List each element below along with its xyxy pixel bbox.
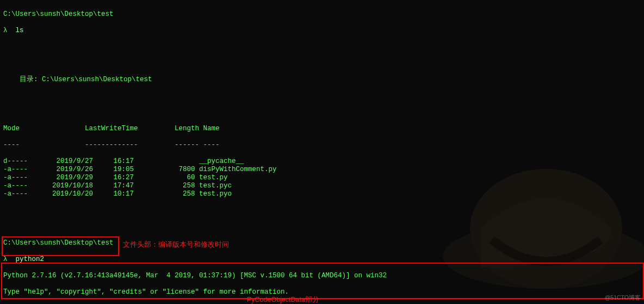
- listing-row: -a---- 2019/10/20 10:17 258 test.pyo: [3, 190, 641, 198]
- python-banner-2: Type "help", "copyright", "credits" or "…: [3, 288, 641, 296]
- prompt-line-2: λ python2: [3, 256, 641, 264]
- command-python2: python2: [16, 256, 45, 263]
- python-banner-1: Python 2.7.16 (v2.7.16:413a49145e, Mar 4…: [3, 272, 641, 280]
- terminal-pane[interactable]: C:\Users\sunsh\Desktop\test λ ls 目录: C:\…: [0, 0, 644, 304]
- prompt-path-1: C:\Users\sunsh\Desktop\test: [3, 10, 641, 19]
- listing-row: -a---- 2019/9/26 19:05 7800 disPyWithCom…: [3, 166, 641, 174]
- listing-header: Mode LastWriteTime Length Name: [3, 125, 641, 133]
- listing-divider: ---- ------------- ------ ----: [3, 141, 641, 149]
- listing-row: -a---- 2019/9/29 16:27 60 test.py: [3, 174, 641, 182]
- watermark-text: @51CTO博客: [605, 294, 641, 302]
- dir-header: 目录: C:\Users\sunsh\Desktop\test: [3, 76, 641, 84]
- prompt-path-2: C:\Users\sunsh\Desktop\test: [3, 239, 641, 247]
- annotation-pycodeobject: PyCodeObjectData部分: [247, 296, 319, 304]
- listing-row: d----- 2019/9/27 16:17 __pycache__: [3, 157, 641, 166]
- listing-row: -a---- 2019/10/18 17:47 258 test.pyc: [3, 182, 641, 190]
- command-ls: ls: [16, 27, 24, 34]
- annotation-file-header: 文件头部：编译版本号和修改时间: [123, 241, 229, 249]
- prompt-line-1: λ ls: [3, 27, 641, 35]
